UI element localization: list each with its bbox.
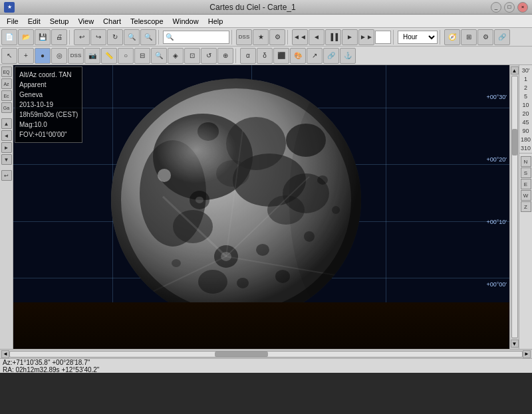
step-input[interactable]: 1 bbox=[375, 31, 391, 44]
zoom-label-45[interactable]: 45 bbox=[522, 118, 529, 126]
zoom-label-90[interactable]: 90 bbox=[522, 127, 529, 135]
chart-area[interactable]: Alt/Az coord. TAN Apparent Geneva 2013-1… bbox=[13, 65, 509, 349]
zoom-in-button[interactable]: 🔍 bbox=[124, 29, 140, 45]
prev-button[interactable]: ◄ bbox=[309, 29, 325, 45]
right-arrow-btn[interactable]: ► bbox=[1, 142, 12, 153]
catalog-button[interactable]: ★ bbox=[253, 29, 269, 45]
fov-button[interactable]: ◈ bbox=[168, 48, 184, 64]
left-arrow-btn[interactable]: ◄ bbox=[1, 130, 12, 141]
menu-window[interactable]: Window bbox=[169, 17, 203, 26]
menu-telescope[interactable]: Telescope bbox=[126, 17, 168, 26]
compass-button[interactable]: 🧭 bbox=[444, 29, 460, 45]
rotate-button[interactable]: ↺ bbox=[201, 48, 217, 64]
horizontal-scrollbar: ◄ ► bbox=[0, 349, 532, 358]
down-arrow-btn[interactable]: ▼ bbox=[1, 154, 12, 165]
hscroll-thumb[interactable] bbox=[215, 352, 268, 357]
measure-button[interactable]: 📏 bbox=[101, 48, 117, 64]
scroll-down-button[interactable]: ▼ bbox=[511, 340, 519, 348]
north-button[interactable]: N bbox=[521, 156, 531, 167]
search-input[interactable] bbox=[163, 31, 229, 44]
open-button[interactable]: 📂 bbox=[18, 29, 34, 45]
right-sidebar: 30' 1 2 5 10 20 45 90 180 310 N S E W Z bbox=[519, 65, 532, 349]
color-button[interactable]: 🎨 bbox=[290, 48, 306, 64]
print-button[interactable]: 🖨 bbox=[51, 29, 67, 45]
settings2-button[interactable]: ⚙ bbox=[477, 29, 493, 45]
grid-button[interactable]: ⊞ bbox=[461, 29, 477, 45]
circle-button[interactable]: ● bbox=[35, 48, 51, 64]
grid2-button[interactable]: ⊟ bbox=[134, 48, 150, 64]
zoom-out-button[interactable]: 🔍 bbox=[140, 29, 156, 45]
prev-frame-button[interactable]: ◄◄ bbox=[292, 29, 308, 45]
crosshair-button[interactable]: + bbox=[18, 48, 34, 64]
coord-label-30: +00°30' bbox=[486, 94, 507, 100]
ga-button[interactable]: Ga bbox=[1, 102, 12, 113]
menu-edit[interactable]: Edit bbox=[24, 17, 45, 26]
close-button[interactable]: × bbox=[517, 2, 528, 13]
save-button[interactable]: 💾 bbox=[35, 29, 51, 45]
next-button[interactable]: ► bbox=[342, 29, 358, 45]
titlebar: ★ Cartes du Ciel - Carte_1 _ □ × bbox=[0, 0, 532, 15]
invert-button[interactable]: ⬛ bbox=[273, 48, 289, 64]
undo-button[interactable]: ↩ bbox=[1, 170, 12, 181]
scroll-up-button[interactable]: ▲ bbox=[511, 66, 519, 74]
dss2-button[interactable]: DSS bbox=[68, 48, 84, 64]
zoom-tool-button[interactable]: 🔍 bbox=[151, 48, 167, 64]
menu-file[interactable]: File bbox=[3, 17, 23, 26]
target-button[interactable]: ◎ bbox=[51, 48, 67, 64]
zoom-label-10[interactable]: 10 bbox=[522, 101, 529, 109]
vscroll-track[interactable] bbox=[511, 76, 518, 338]
zoom-label-30[interactable]: 30' bbox=[522, 66, 530, 74]
refresh-button[interactable]: ↻ bbox=[107, 29, 123, 45]
new-button[interactable]: 📄 bbox=[1, 29, 17, 45]
alpha-button[interactable]: α bbox=[240, 48, 256, 64]
titlebar-title: Cartes du Ciel - Carte_1 bbox=[15, 3, 491, 12]
find-button[interactable]: ⊕ bbox=[217, 48, 233, 64]
menu-chart[interactable]: Chart bbox=[99, 17, 125, 26]
delta-button[interactable]: δ bbox=[257, 48, 273, 64]
time-unit-select[interactable]: Hour Day Month bbox=[398, 31, 438, 44]
east-button[interactable]: E bbox=[521, 179, 531, 189]
connect-button[interactable]: 🔗 bbox=[494, 29, 510, 45]
dss-button[interactable]: DSS bbox=[236, 29, 252, 45]
maximize-button[interactable]: □ bbox=[504, 2, 515, 13]
south-button[interactable]: S bbox=[521, 167, 531, 178]
circle2-button[interactable]: ○ bbox=[118, 48, 134, 64]
hscroll-track[interactable] bbox=[9, 351, 523, 358]
zoom-label-5[interactable]: 5 bbox=[524, 92, 527, 100]
titlebar-icon: ★ bbox=[4, 2, 15, 13]
photo-button[interactable]: 📷 bbox=[84, 48, 100, 64]
scroll-left-button[interactable]: ◄ bbox=[1, 350, 9, 358]
info-overlay: Alt/Az coord. TAN Apparent Geneva 2013-1… bbox=[15, 66, 82, 143]
minimize-button[interactable]: _ bbox=[491, 2, 501, 13]
zoom-label-310[interactable]: 310 bbox=[521, 144, 531, 152]
link-button[interactable]: 🔗 bbox=[323, 48, 339, 64]
menu-view[interactable]: View bbox=[74, 17, 98, 26]
vertical-scrollbar[interactable]: ▲ ▼ bbox=[509, 65, 519, 349]
ec-button[interactable]: Ec bbox=[1, 90, 12, 101]
menu-setup[interactable]: Setup bbox=[46, 17, 73, 26]
up-arrow-btn[interactable]: ▲ bbox=[1, 118, 12, 129]
info-line2: Apparent bbox=[19, 80, 78, 90]
scroll-right-button[interactable]: ► bbox=[523, 350, 531, 358]
pointer-button[interactable]: ↖ bbox=[1, 48, 17, 64]
az-button[interactable]: Az bbox=[1, 78, 12, 89]
next-frame-button[interactable]: ►► bbox=[358, 29, 374, 45]
export-button[interactable]: ↗ bbox=[307, 48, 323, 64]
zoom-label-180[interactable]: 180 bbox=[521, 136, 531, 144]
workspace: EQ Az Ec Ga ▲ ◄ ► ▼ ↩ Alt/Az coord. TAN … bbox=[0, 65, 532, 349]
zoom-label-2[interactable]: 2 bbox=[524, 84, 527, 92]
chart-options-button[interactable]: ⚙ bbox=[269, 29, 285, 45]
left-sidebar: EQ Az Ec Ga ▲ ◄ ► ▼ ↩ bbox=[0, 65, 13, 349]
anchor-button[interactable]: ⚓ bbox=[340, 48, 356, 64]
forward-button[interactable]: ↪ bbox=[90, 29, 106, 45]
play-button[interactable]: ▐▐ bbox=[325, 29, 341, 45]
scan-button[interactable]: ⊡ bbox=[184, 48, 200, 64]
vscroll-thumb[interactable] bbox=[512, 129, 517, 155]
west-button[interactable]: W bbox=[521, 190, 531, 201]
back-button[interactable]: ↩ bbox=[74, 29, 90, 45]
eq-button[interactable]: EQ bbox=[1, 66, 12, 77]
menu-help[interactable]: Help bbox=[204, 17, 227, 26]
zoom-label-1[interactable]: 1 bbox=[524, 75, 527, 83]
zoom-label-20[interactable]: 20 bbox=[522, 110, 529, 118]
zenith-button[interactable]: Z bbox=[521, 201, 531, 212]
